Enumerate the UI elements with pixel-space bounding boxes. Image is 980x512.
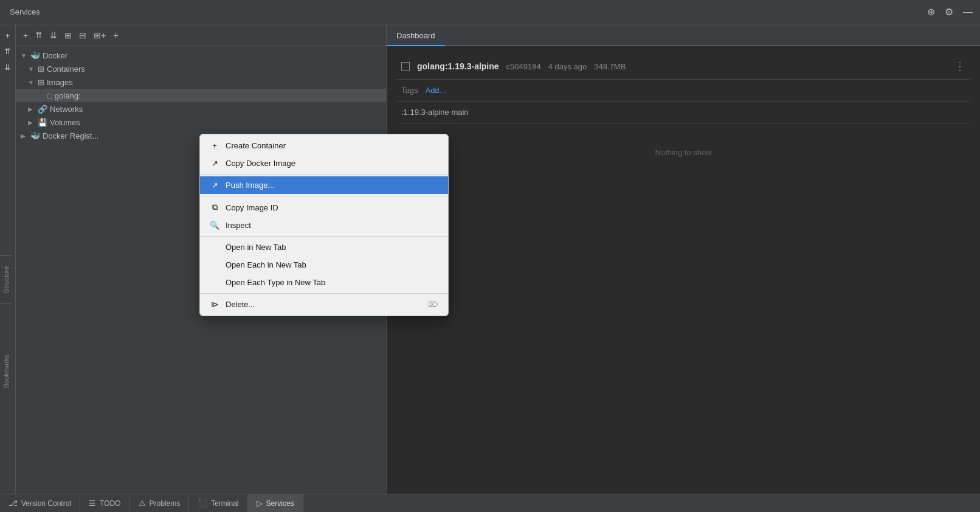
- image-size: 348.7MB: [594, 62, 626, 71]
- ctx-copy-image-id[interactable]: ⧉ Copy Image ID: [200, 198, 448, 216]
- volumes-label: Volumes: [50, 118, 80, 127]
- ctx-copy-image-id-label: Copy Image ID: [226, 203, 278, 212]
- content-tabs: Dashboard: [387, 24, 980, 46]
- push-image-icon: ↗: [210, 181, 219, 190]
- ctx-open-each-type-label: Open Each Type in New Tab: [226, 278, 325, 287]
- networks-icon: 🔗: [38, 105, 47, 114]
- terminal-icon: ⬛: [198, 499, 207, 508]
- add-service-button[interactable]: +: [21, 29, 30, 41]
- bottom-tab-version-control[interactable]: ⎇ Version Control: [0, 494, 80, 512]
- settings-icon[interactable]: ⚙: [945, 6, 953, 18]
- golang-icon: □: [47, 91, 52, 100]
- ctx-open-each-new-tab[interactable]: Open Each in New Tab: [200, 256, 448, 274]
- tree-item-volumes[interactable]: ▶ 💾 Volumes: [16, 116, 386, 129]
- title-bar-title: Services: [10, 7, 40, 16]
- ctx-open-new-tab[interactable]: Open in New Tab: [200, 238, 448, 256]
- collapse-down-icon[interactable]: ⇊: [2, 61, 14, 73]
- bottom-tab-todo[interactable]: ☰ TODO: [80, 494, 129, 512]
- bottom-tab-services[interactable]: ▷ Services: [248, 494, 303, 512]
- pin-button[interactable]: ⊞+: [91, 29, 108, 41]
- tags-row: Tags Add...: [396, 80, 970, 102]
- collapse-all-button[interactable]: ⇈: [33, 29, 45, 41]
- registry-arrow: ▶: [21, 133, 28, 139]
- ctx-delete[interactable]: ⧐ Delete... ⌦: [200, 296, 448, 313]
- ctx-copy-docker-image[interactable]: ↗ Copy Docker Image: [200, 154, 448, 172]
- content-panel: Dashboard golang:1.19.3-alpine c5049184 …: [387, 24, 980, 494]
- todo-label: TODO: [100, 499, 120, 508]
- image-more-button[interactable]: ⋮: [954, 60, 965, 73]
- ctx-copy-docker-image-label: Copy Docker Image: [226, 159, 295, 168]
- tag-detail-row: :1.19.3-alpine main: [396, 102, 970, 123]
- minimize-icon[interactable]: —: [963, 7, 973, 18]
- add-icon[interactable]: ⊕: [927, 6, 935, 18]
- services-icon: ▷: [257, 499, 263, 508]
- docker-arrow: ▼: [21, 52, 28, 59]
- images-arrow: ▼: [28, 79, 35, 86]
- title-bar: Services ⊕ ⚙ —: [0, 0, 980, 24]
- ctx-push-image-label: Push Image...: [226, 181, 274, 190]
- ctx-open-each-new-tab-label: Open Each in New Tab: [226, 260, 306, 269]
- containers-icon: ⊞: [38, 64, 44, 74]
- tree-item-golang[interactable]: ▶ □ golang:: [16, 89, 386, 102]
- title-bar-actions: ⊕ ⚙ —: [927, 6, 973, 18]
- docker-icon: 🐳: [30, 51, 40, 60]
- context-menu: + Create Container ↗ Copy Docker Image ↗…: [199, 134, 449, 316]
- ctx-separator-1: [200, 174, 448, 175]
- ctx-inspect[interactable]: 🔍 Inspect: [200, 216, 448, 234]
- collapse-up-icon[interactable]: ⇈: [2, 45, 14, 57]
- todo-icon: ☰: [89, 499, 96, 508]
- registry-icon: 🐳: [30, 131, 40, 140]
- side-label-bookmarks[interactable]: Bookmarks: [0, 341, 12, 401]
- image-checkbox[interactable]: [401, 62, 410, 71]
- problems-label: Problems: [150, 499, 181, 508]
- expand-icon[interactable]: +: [2, 29, 14, 41]
- tree-item-docker[interactable]: ▼ 🐳 Docker: [16, 49, 386, 62]
- ctx-open-each-type-new-tab[interactable]: Open Each Type in New Tab: [200, 274, 448, 291]
- version-control-icon: ⎇: [9, 499, 18, 508]
- create-container-icon: +: [210, 141, 219, 150]
- ctx-create-container-label: Create Container: [226, 141, 286, 150]
- ctx-push-image[interactable]: ↗ Push Image...: [200, 176, 448, 194]
- networks-arrow: ▶: [28, 106, 35, 112]
- tab-dashboard[interactable]: Dashboard: [387, 27, 445, 46]
- tags-add-button[interactable]: Add...: [425, 86, 446, 95]
- ctx-separator-2: [200, 196, 448, 196]
- tree-item-images[interactable]: ▼ ⊞ Images: [16, 75, 386, 89]
- version-control-label: Version Control: [21, 499, 71, 508]
- services-label: Services: [266, 499, 294, 508]
- docker-label: Docker: [43, 51, 67, 60]
- expand-all-button[interactable]: ⇊: [47, 29, 60, 41]
- tag-detail-value: :1.19.3-alpine main: [401, 108, 469, 117]
- ctx-create-container[interactable]: + Create Container: [200, 137, 448, 154]
- golang-label: golang:: [55, 91, 81, 100]
- nothing-label: Nothing to show: [396, 123, 970, 181]
- volumes-arrow: ▶: [28, 119, 35, 126]
- ctx-open-new-tab-label: Open in New Tab: [226, 243, 286, 252]
- tree-toolbar: + ⇈ ⇊ ⊞ ⊟ ⊞+ +: [16, 24, 386, 46]
- tree-item-containers[interactable]: ▼ ⊞ Containers: [16, 62, 386, 75]
- tags-label: Tags: [401, 86, 418, 95]
- filter-button[interactable]: ⊟: [77, 29, 89, 41]
- bottom-bar: ⎇ Version Control ☰ TODO ⚠ Problems ⬛ Te…: [0, 494, 980, 512]
- ctx-inspect-label: Inspect: [226, 221, 251, 230]
- inspect-icon: 🔍: [210, 221, 219, 230]
- terminal-label: Terminal: [211, 499, 238, 508]
- containers-arrow: ▼: [28, 66, 35, 72]
- image-name: golang:1.19.3-alpine: [417, 61, 499, 71]
- bottom-tab-terminal[interactable]: ⬛ Terminal: [189, 494, 247, 512]
- ctx-delete-label: Delete...: [226, 300, 255, 309]
- containers-label: Containers: [47, 64, 85, 74]
- add-button[interactable]: +: [111, 29, 120, 41]
- side-label-structure[interactable]: Structure: [0, 255, 12, 304]
- image-age: 4 days ago: [548, 62, 587, 71]
- copy-image-id-icon: ⧉: [210, 202, 219, 212]
- image-row: golang:1.19.3-alpine c5049184 4 days ago…: [396, 54, 970, 80]
- ctx-separator-3: [200, 236, 448, 237]
- image-id: c5049184: [506, 62, 541, 71]
- tree-item-networks[interactable]: ▶ 🔗 Networks: [16, 102, 386, 116]
- group-button[interactable]: ⊞: [62, 29, 74, 41]
- bottom-tab-problems[interactable]: ⚠ Problems: [130, 494, 190, 512]
- images-label: Images: [47, 78, 73, 87]
- ctx-separator-4: [200, 293, 448, 294]
- networks-label: Networks: [50, 105, 83, 114]
